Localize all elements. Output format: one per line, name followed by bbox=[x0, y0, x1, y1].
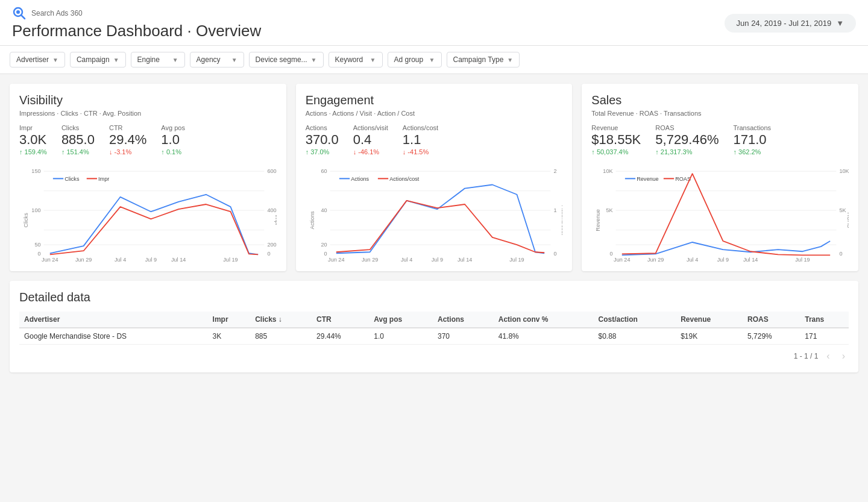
engagement-chart: 60 40 20 0 2 1 0 Actions Actions/cost Ac… bbox=[306, 165, 563, 262]
date-range-label: Jun 24, 2019 - Jul 21, 2019 bbox=[737, 19, 832, 28]
svg-text:ROAS: ROAS bbox=[846, 213, 849, 228]
col-clicks[interactable]: Clicks ↓ bbox=[250, 312, 312, 328]
svg-text:Jun 29: Jun 29 bbox=[75, 257, 92, 263]
visibility-subtitle: Impressions · Clicks · CTR · Avg. Positi… bbox=[19, 110, 277, 117]
engagement-metrics: Actions 370.0 ↑ 37.0% Actions/visit 0.4 … bbox=[306, 124, 563, 155]
svg-text:600: 600 bbox=[267, 168, 276, 174]
svg-text:40: 40 bbox=[321, 207, 327, 213]
filter-campaign[interactable]: Campaign ▼ bbox=[70, 52, 126, 67]
svg-text:10K: 10K bbox=[603, 168, 613, 174]
col-action-conv: Action conv % bbox=[494, 312, 594, 328]
visibility-chart-svg: 150 100 50 0 600 400 200 0 Clicks Impr C… bbox=[19, 165, 277, 263]
cell-ctr: 29.44% bbox=[312, 328, 369, 345]
svg-text:0: 0 bbox=[553, 251, 556, 257]
svg-text:50: 50 bbox=[34, 242, 40, 248]
main-content: Visibility Impressions · Clicks · CTR · … bbox=[0, 74, 868, 382]
col-trans: Trans bbox=[800, 312, 849, 328]
svg-text:60: 60 bbox=[321, 168, 327, 174]
col-roas: ROAS bbox=[743, 312, 800, 328]
col-cost-action: Cost/action bbox=[594, 312, 676, 328]
svg-text:1: 1 bbox=[553, 207, 556, 213]
filter-ad-group[interactable]: Ad group ▼ bbox=[388, 52, 442, 67]
pagination-label: 1 - 1 / 1 bbox=[794, 352, 819, 360]
chevron-icon: ▼ bbox=[370, 57, 376, 63]
visibility-metrics: Impr 3.0K ↑ 159.4% Clicks 885.0 ↑ 151.4%… bbox=[19, 124, 277, 155]
metric-actions-cost: Actions/cost 1.1 ↓ -41.5% bbox=[403, 124, 438, 155]
filter-campaign-type[interactable]: Campaign Type ▼ bbox=[447, 52, 520, 67]
metric-clicks: Clicks 885.0 ↑ 151.4% bbox=[61, 124, 95, 155]
sales-metrics: Revenue $18.55K ↑ 50,037.4% ROAS 5,729.4… bbox=[591, 124, 849, 155]
metric-impr: Impr 3.0K ↑ 159.4% bbox=[19, 124, 47, 155]
svg-text:0: 0 bbox=[610, 251, 613, 257]
svg-text:Clicks: Clicks bbox=[23, 213, 29, 228]
svg-text:Actions: Actions bbox=[309, 211, 315, 229]
chevron-icon: ▼ bbox=[231, 57, 237, 63]
sales-subtitle: Total Revenue · ROAS · Transactions bbox=[591, 110, 849, 117]
svg-text:Revenue: Revenue bbox=[637, 177, 659, 183]
col-impr: Impr bbox=[208, 312, 251, 328]
svg-text:Jul 9: Jul 9 bbox=[431, 257, 442, 263]
visibility-chart: 150 100 50 0 600 400 200 0 Clicks Impr C… bbox=[19, 165, 277, 262]
cell-cost-action: $0.88 bbox=[594, 328, 676, 345]
svg-text:Jul 19: Jul 19 bbox=[796, 257, 810, 263]
engagement-chart-svg: 60 40 20 0 2 1 0 Actions Actions/cost Ac… bbox=[306, 165, 563, 263]
filter-keyword[interactable]: Keyword ▼ bbox=[329, 52, 383, 67]
col-avg-pos: Avg pos bbox=[369, 312, 433, 328]
filter-agency[interactable]: Agency ▼ bbox=[190, 52, 244, 67]
svg-text:5K: 5K bbox=[606, 207, 613, 213]
cell-clicks: 885 bbox=[250, 328, 312, 345]
sales-title: Sales bbox=[591, 93, 849, 107]
cell-action-conv: 41.8% bbox=[494, 328, 594, 345]
chevron-icon: ▼ bbox=[172, 57, 178, 63]
sales-chart-svg: 10K 5K 0 10K 5K 0 Revenue ROAS Revenue R… bbox=[591, 165, 849, 263]
detailed-section: Detailed data Advertiser Impr Clicks ↓ C… bbox=[10, 281, 858, 372]
svg-text:Jun 29: Jun 29 bbox=[362, 257, 378, 263]
svg-text:Clicks: Clicks bbox=[64, 177, 80, 183]
svg-text:10K: 10K bbox=[840, 168, 849, 174]
metric-revenue: Revenue $18.55K ↑ 50,037.4% bbox=[591, 124, 641, 155]
chevron-icon: ▼ bbox=[507, 57, 513, 63]
pagination-prev-button[interactable]: ‹ bbox=[823, 350, 833, 363]
cards-row: Visibility Impressions · Clicks · CTR · … bbox=[10, 84, 858, 271]
cell-avg-pos: 1.0 bbox=[369, 328, 433, 345]
svg-text:0: 0 bbox=[267, 251, 270, 257]
pagination: 1 - 1 / 1 ‹ › bbox=[19, 345, 849, 363]
svg-text:5K: 5K bbox=[840, 207, 846, 213]
svg-text:Impr: Impr bbox=[98, 177, 109, 183]
chevron-icon: ▼ bbox=[429, 57, 435, 63]
svg-text:150: 150 bbox=[31, 168, 40, 174]
svg-text:Jun 24: Jun 24 bbox=[614, 257, 630, 263]
metric-roas: ROAS 5,729.46% ↑ 21,317.3% bbox=[655, 124, 719, 155]
data-table: Advertiser Impr Clicks ↓ CTR Avg pos Act… bbox=[19, 312, 849, 345]
filter-bar: Advertiser ▼ Campaign ▼ Engine ▼ Agency … bbox=[0, 46, 868, 74]
chevron-icon: ▼ bbox=[52, 57, 58, 63]
chevron-down-icon: ▼ bbox=[836, 19, 844, 28]
metric-avg-pos: Avg pos 1.0 ↑ 0.1% bbox=[161, 124, 185, 155]
svg-text:20: 20 bbox=[321, 242, 327, 248]
cell-trans: 171 bbox=[800, 328, 849, 345]
engagement-subtitle: Actions · Actions / Visit · Action / Cos… bbox=[306, 110, 563, 117]
svg-text:Jul 4: Jul 4 bbox=[687, 257, 698, 263]
visibility-card: Visibility Impressions · Clicks · CTR · … bbox=[10, 84, 286, 271]
pagination-next-button[interactable]: › bbox=[838, 350, 849, 363]
search-ads-icon bbox=[12, 6, 27, 20]
svg-text:Actions/cost: Actions/cost bbox=[560, 206, 562, 236]
table-row: Google Merchandise Store - DS 3K 885 29.… bbox=[19, 328, 849, 345]
svg-text:Jul 19: Jul 19 bbox=[509, 257, 524, 263]
svg-text:Jun 24: Jun 24 bbox=[328, 257, 344, 263]
svg-text:200: 200 bbox=[267, 242, 276, 248]
engagement-card: Engagement Actions · Actions / Visit · A… bbox=[296, 84, 573, 271]
date-range-button[interactable]: Jun 24, 2019 - Jul 21, 2019 ▼ bbox=[725, 14, 856, 33]
cell-roas: 5,729% bbox=[743, 328, 800, 345]
app-name: Search Ads 360 bbox=[31, 9, 83, 17]
svg-text:400: 400 bbox=[267, 207, 276, 213]
cell-impr: 3K bbox=[208, 328, 251, 345]
detailed-title: Detailed data bbox=[19, 290, 849, 304]
svg-text:Jul 9: Jul 9 bbox=[145, 257, 157, 263]
svg-text:Actions: Actions bbox=[351, 177, 369, 183]
filter-engine[interactable]: Engine ▼ bbox=[131, 52, 185, 67]
svg-text:Jul 19: Jul 19 bbox=[223, 257, 237, 263]
svg-text:100: 100 bbox=[31, 207, 40, 213]
filter-advertiser[interactable]: Advertiser ▼ bbox=[10, 52, 65, 67]
filter-device-segment[interactable]: Device segme... ▼ bbox=[249, 52, 324, 67]
